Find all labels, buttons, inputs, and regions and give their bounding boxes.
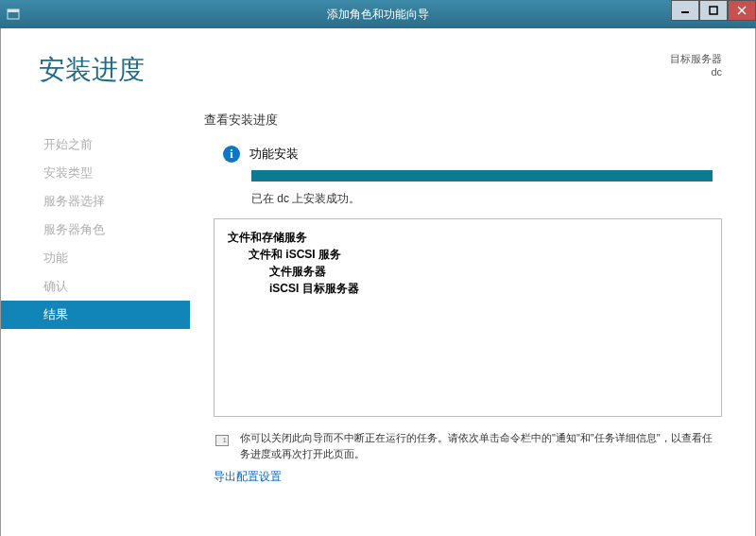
flag-icon <box>214 432 231 449</box>
tree-node: iSCSI 目标服务器 <box>228 280 708 297</box>
titlebar-buttons <box>671 0 756 28</box>
progress-bar <box>251 170 713 182</box>
tree-node: 文件和存储服务 <box>228 229 708 246</box>
results-tree: 文件和存储服务文件和 iSCSI 服务文件服务器iSCSI 目标服务器 <box>214 218 722 417</box>
server-info: 目标服务器 dc <box>670 52 722 112</box>
maximize-button[interactable] <box>699 0 728 21</box>
export-config-link[interactable]: 导出配置设置 <box>214 469 722 485</box>
svg-rect-1 <box>8 9 19 12</box>
window-icon <box>6 7 21 22</box>
close-window-button[interactable] <box>728 0 756 21</box>
header-row: 安装进度 目标服务器 dc <box>0 28 756 112</box>
info-icon: i <box>223 146 240 163</box>
install-label: 功能安装 <box>249 146 299 163</box>
target-server-label: 目标服务器 <box>670 52 722 66</box>
target-server-value: dc <box>670 66 722 78</box>
nav-list: 开始之前安装类型服务器选择服务器角色功能确认结果 <box>1 130 190 329</box>
sidebar-item: 确认 <box>1 272 190 301</box>
sidebar-item: 功能 <box>1 244 190 272</box>
minimize-button[interactable] <box>671 0 699 21</box>
info-row: i 功能安装 <box>223 146 722 163</box>
page-title: 安装进度 <box>1 52 145 112</box>
tree-node: 文件和 iSCSI 服务 <box>228 246 708 263</box>
window-title: 添加角色和功能向导 <box>327 7 429 23</box>
content-wrapper: 开始之前安装类型服务器选择服务器角色功能确认结果 查看安装进度 i 功能安装 已… <box>0 112 756 536</box>
sidebar-item: 开始之前 <box>1 130 190 159</box>
sidebar: 开始之前安装类型服务器选择服务器角色功能确认结果 <box>1 112 190 536</box>
note-text: 你可以关闭此向导而不中断正在运行的任务。请依次单击命令栏中的"通知"和"任务详细… <box>240 430 722 461</box>
sidebar-item: 安装类型 <box>1 159 190 187</box>
sidebar-item: 服务器角色 <box>1 216 190 244</box>
tree-node: 文件服务器 <box>228 263 708 280</box>
sidebar-item: 结果 <box>1 301 190 329</box>
section-heading: 查看安装进度 <box>204 112 722 129</box>
note-row: 你可以关闭此向导而不中断正在运行的任务。请依次单击命令栏中的"通知"和"任务详细… <box>214 430 722 461</box>
svg-rect-3 <box>710 7 717 14</box>
success-text: 已在 dc 上安装成功。 <box>251 191 722 207</box>
titlebar: 添加角色和功能向导 <box>0 0 756 28</box>
sidebar-item: 服务器选择 <box>1 187 190 216</box>
main-panel: 查看安装进度 i 功能安装 已在 dc 上安装成功。 文件和存储服务文件和 iS… <box>190 112 755 536</box>
